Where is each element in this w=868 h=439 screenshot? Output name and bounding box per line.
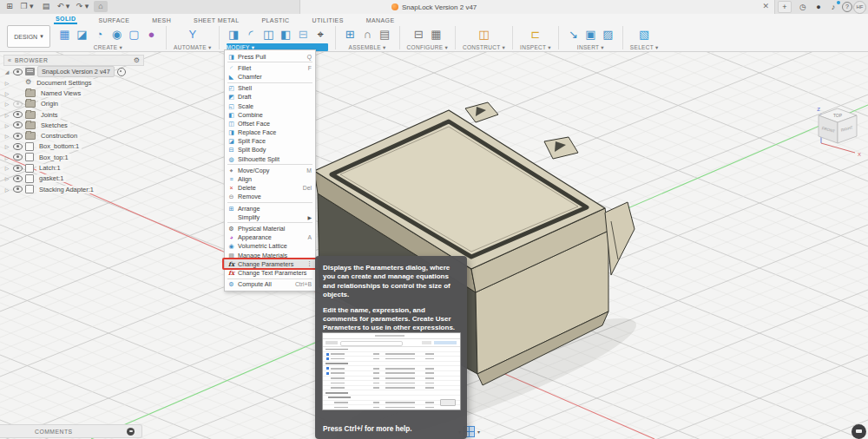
fillet-icon[interactable]: ◜	[244, 27, 259, 42]
visibility-eye-icon[interactable]	[13, 69, 23, 75]
grid-settings-caret-icon[interactable]: ▾	[477, 429, 480, 435]
menu-item-simplify[interactable]: Simplify▶	[225, 213, 315, 221]
group-label-assemble[interactable]: ASSEMBLE ▾	[349, 43, 386, 51]
menu-item-draft[interactable]: ◩Draft	[225, 93, 315, 102]
menu-item-remove[interactable]: ⊖Remove	[225, 193, 315, 201]
browser-item-box-bottom-1[interactable]: ▷Box_bottom:1	[3, 141, 151, 152]
move-icon[interactable]: ⌖	[313, 27, 328, 42]
configuration-icon[interactable]: ⊟	[411, 27, 426, 42]
revolve-icon[interactable]: ◔	[92, 27, 107, 42]
menu-item-change-parameters[interactable]: fxChange Parameters⋮	[225, 259, 315, 268]
menu-item-physical-material[interactable]: ⚙Physical Material	[225, 224, 315, 233]
help-icon[interactable]: ?	[842, 2, 852, 12]
bom-icon[interactable]: ▤	[378, 27, 392, 42]
insert-derive-icon[interactable]: ↘	[566, 27, 581, 42]
new-tab-icon[interactable]: +	[778, 1, 792, 13]
expand-icon[interactable]: ▷	[3, 187, 10, 193]
notifications-icon[interactable]: ♪	[827, 1, 839, 13]
home-icon[interactable]: ⌂	[94, 1, 108, 12]
extensions-icon[interactable]: ●	[812, 1, 825, 13]
measure-icon[interactable]: ⊏	[528, 27, 542, 42]
hole-icon[interactable]: ◉	[109, 27, 124, 42]
expand-icon[interactable]: ▷	[3, 90, 10, 96]
construct-plane-icon[interactable]: ◫	[477, 27, 491, 42]
group-label-configure[interactable]: CONFIGURE ▾	[407, 43, 448, 51]
expand-icon[interactable]: ▷	[3, 112, 10, 118]
viewcube[interactable]: TOP FRONT RIGHT Z X	[810, 103, 865, 161]
overflow-icon[interactable]: ⋮	[306, 260, 312, 267]
tab-surface[interactable]: SURFACE	[96, 16, 131, 24]
visibility-eye-icon[interactable]	[13, 165, 23, 172]
browser-root-row[interactable]: ◢ SnapLock Version 2 v47	[3, 66, 151, 77]
job-status-icon[interactable]: ◷	[797, 1, 809, 13]
group-label-insert[interactable]: INSERT ▾	[577, 43, 604, 51]
browser-item-box-top-1[interactable]: ▷Box_top:1	[3, 152, 151, 162]
group-label-inspect[interactable]: INSPECT ▾	[520, 43, 551, 51]
visibility-eye-icon[interactable]	[13, 121, 23, 128]
browser-header[interactable]: « BROWSER ⚙	[3, 55, 144, 66]
save-icon[interactable]: ▤	[40, 1, 52, 12]
visibility-eye-icon[interactable]	[13, 111, 23, 118]
menu-item-split-body[interactable]: ⊟Split Body	[225, 146, 315, 154]
comment-bubble-icon[interactable]	[127, 428, 135, 436]
select-icon[interactable]: ▧	[637, 27, 652, 42]
feedback-bubble[interactable]	[852, 424, 866, 439]
split-body-icon[interactable]: ⊟	[296, 27, 311, 42]
joint-icon[interactable]: ∩	[360, 27, 375, 42]
insert-canvas-icon[interactable]: ▣	[583, 27, 598, 42]
browser-item-construction[interactable]: ▷Construction	[3, 130, 151, 141]
tab-sheet-metal[interactable]: SHEET METAL	[192, 16, 240, 24]
offset-face-icon[interactable]: ◫	[261, 27, 276, 42]
pattern-icon[interactable]: ▢	[127, 27, 141, 42]
press-pull-icon[interactable]: ◨	[227, 27, 241, 42]
expand-icon[interactable]: ▷	[3, 143, 10, 149]
menu-item-combine[interactable]: ◧Combine	[225, 110, 315, 119]
collapse-panel-icon[interactable]: «	[8, 57, 11, 63]
activate-component-radio[interactable]	[117, 68, 126, 76]
group-label-create[interactable]: CREATE ▾	[94, 43, 122, 51]
browser-item-origin[interactable]: ▷Origin	[3, 99, 151, 109]
browser-item-sketches[interactable]: ▷Sketches	[3, 120, 151, 130]
menu-item-fillet[interactable]: ◜FilletF	[225, 63, 315, 72]
visibility-eye-icon[interactable]	[13, 143, 23, 150]
user-avatar[interactable]: HF	[853, 1, 866, 14]
menu-item-silhouette-split[interactable]: ◍Silhouette Split	[225, 154, 315, 163]
menu-item-align[interactable]: ≡Align	[225, 174, 315, 183]
close-tab-icon[interactable]: ✕	[762, 2, 769, 10]
menu-item-offset-face[interactable]: ◫Offset Face	[225, 119, 315, 128]
expand-icon[interactable]: ▷	[3, 154, 10, 161]
file-new-icon[interactable]: ❐ ▾	[19, 1, 35, 12]
expand-icon[interactable]: ▷	[3, 175, 10, 181]
expand-icon[interactable]: ▷	[3, 101, 10, 107]
tab-plastic[interactable]: PLASTIC	[260, 16, 291, 24]
new-component-icon[interactable]: ⊞	[343, 27, 358, 42]
sketch-icon[interactable]: ▦	[57, 27, 72, 42]
tab-manage[interactable]: MANAGE	[365, 16, 397, 24]
app-grid-icon[interactable]: ⊞	[3, 1, 16, 12]
expand-icon[interactable]: ▷	[3, 133, 10, 139]
expand-icon[interactable]: ▷	[3, 165, 10, 171]
browser-settings-icon[interactable]: ⚙	[134, 57, 140, 64]
browser-item-stacking-adapter-1[interactable]: ▷Stacking Adapter:1	[3, 184, 151, 194]
config-table-icon[interactable]: ▦	[429, 27, 444, 42]
redo-icon[interactable]: ↷ ▾	[75, 1, 90, 12]
comments-bar[interactable]: COMMENTS	[0, 424, 142, 438]
menu-item-appearance[interactable]: ◕AppearanceA	[225, 233, 315, 242]
expand-icon[interactable]: ▷	[3, 122, 10, 128]
browser-item-latch-1[interactable]: ▷Latch:1	[3, 162, 151, 173]
browser-item-document-settings[interactable]: ▷⚙Document Settings	[3, 77, 151, 88]
menu-item-shell[interactable]: ◰Shell	[225, 84, 315, 93]
browser-item-joints[interactable]: ▷Joints	[3, 109, 151, 120]
document-tab[interactable]: SnapLock Version 2 v47 ✕	[299, 0, 775, 14]
menu-item-delete[interactable]: ×DeleteDel	[225, 184, 315, 193]
combine-icon[interactable]: ◧	[279, 27, 293, 42]
visibility-eye-icon[interactable]	[13, 101, 23, 108]
visibility-eye-icon[interactable]	[13, 154, 23, 161]
menu-item-chamfer[interactable]: ◣Chamfer	[225, 72, 315, 81]
group-label-construct[interactable]: CONSTRUCT ▾	[463, 43, 505, 51]
menu-item-volumetric-lattice[interactable]: ◉Volumetric Lattice	[225, 242, 315, 251]
insert-image-icon[interactable]: ▨	[601, 27, 615, 42]
workspace-selector[interactable]: DESIGN ▾	[7, 25, 50, 48]
menu-item-manage-materials[interactable]: ▤Manage Materials	[225, 251, 315, 259]
tab-mesh[interactable]: MESH	[150, 16, 173, 24]
